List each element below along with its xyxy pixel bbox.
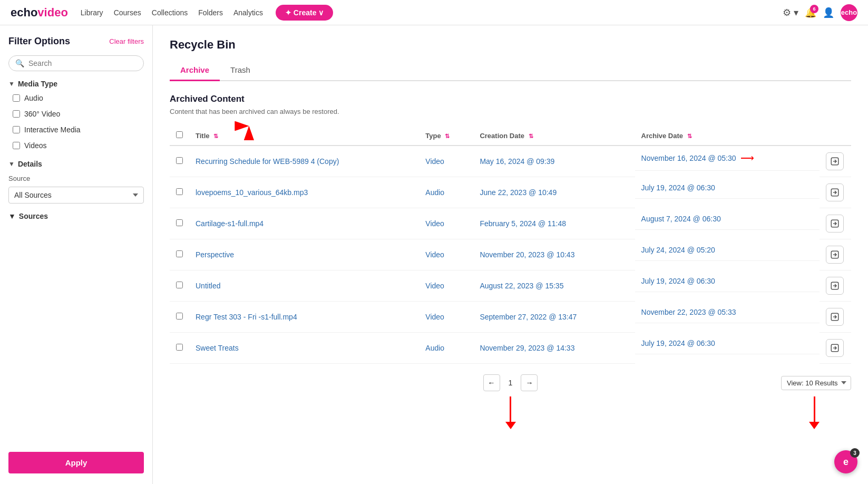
interactive-checkbox[interactable]: [13, 126, 20, 133]
table-row: Untitled Video August 22, 2023 @ 15:35 J…: [170, 270, 851, 302]
row-archive-date-cell: November 22, 2023 @ 05:33: [635, 302, 820, 323]
row-creation-date-5: September 27, 2022 @ 13:47: [480, 313, 577, 321]
sidebar-title: Filter Options: [8, 36, 70, 47]
row-title-link-3[interactable]: Perspective: [196, 250, 234, 259]
row-archive-date-cell: August 7, 2024 @ 06:30: [635, 208, 820, 230]
tabs-container: Archive Trash: [170, 60, 851, 81]
create-button[interactable]: ✦ Create ∨: [276, 5, 333, 21]
row-actions-cell: [820, 208, 851, 239]
title-column-header[interactable]: Title ⇅: [189, 126, 419, 146]
type-column-header[interactable]: Type ⇅: [419, 126, 473, 146]
tab-trash[interactable]: Trash: [220, 60, 261, 81]
source-select[interactable]: All Sources: [8, 187, 144, 204]
table-row: Cartilage-s1-full.mp4 Video February 5, …: [170, 208, 851, 239]
restore-button-4[interactable]: [826, 277, 844, 295]
row-creation-date-cell: September 27, 2022 @ 13:47: [473, 302, 635, 333]
media-type-360video[interactable]: 360° Video: [8, 108, 144, 120]
row-checkbox-cell: [170, 333, 189, 364]
nav-courses[interactable]: Courses: [114, 8, 141, 17]
media-type-videos[interactable]: Videos: [8, 140, 144, 151]
row-title-link-4[interactable]: Untitled: [196, 282, 220, 290]
table-wrapper: Title ⇅ Type ⇅ Creation Date ⇅ Archive: [170, 126, 851, 364]
nav-library[interactable]: Library: [81, 8, 103, 17]
row-archive-date-0: November 16, 2024 @ 05:30: [641, 154, 736, 162]
media-type-header[interactable]: ▼ Media Type: [8, 80, 144, 88]
row-type-cell: Audio: [419, 333, 473, 364]
select-all-checkbox[interactable]: [176, 131, 183, 138]
row-title-cell: Untitled: [189, 270, 419, 302]
user-profile-button[interactable]: 👤: [823, 7, 834, 18]
logo-video: video: [37, 6, 67, 19]
details-header[interactable]: ▼ Details: [8, 160, 144, 168]
row-creation-date-3: November 20, 2023 @ 10:43: [480, 250, 574, 259]
restore-button-0[interactable]: [826, 152, 844, 170]
row-actions-cell: [820, 146, 851, 177]
creation-date-column-header[interactable]: Creation Date ⇅: [473, 126, 635, 146]
nav-links: Library Courses Collections Folders Anal…: [81, 8, 263, 17]
restore-button-2[interactable]: [826, 215, 844, 233]
row-checkbox-cell: [170, 270, 189, 302]
row-archive-date-4: July 19, 2024 @ 06:30: [641, 277, 715, 285]
row-type-0: Video: [425, 157, 444, 166]
row-checkbox-4[interactable]: [176, 282, 183, 288]
media-type-filter: ▼ Media Type Audio 360° Video Interactiv…: [8, 80, 144, 151]
row-checkbox-1[interactable]: [176, 188, 183, 195]
restore-button-3[interactable]: [826, 246, 844, 264]
row-title-link-6[interactable]: Sweet Treats: [196, 344, 239, 352]
row-creation-date-0: May 16, 2024 @ 09:39: [480, 157, 554, 166]
tab-archive[interactable]: Archive: [170, 60, 220, 81]
row-title-link-5[interactable]: Regr Test 303 - Fri -s1-full.mp4: [196, 313, 297, 321]
notifications-button[interactable]: 🔔 6: [805, 7, 816, 18]
next-page-button[interactable]: →: [521, 374, 538, 391]
nav-analytics[interactable]: Analytics: [233, 8, 263, 17]
row-checkbox-5[interactable]: [176, 313, 183, 320]
archive-date-column-header[interactable]: Archive Date ⇅: [635, 126, 820, 146]
row-archive-date-cell: November 16, 2024 @ 05:30 ⟶: [635, 146, 820, 171]
row-title-link-2[interactable]: Cartilage-s1-full.mp4: [196, 219, 264, 228]
sources-header: ▼ Sources: [8, 212, 144, 220]
row-actions-cell: [820, 302, 851, 333]
media-type-interactive[interactable]: Interactive Media: [8, 124, 144, 135]
settings-button[interactable]: ⚙ ▾: [783, 7, 798, 18]
sidebar-header: Filter Options Clear filters: [8, 36, 144, 47]
row-checkbox-cell: [170, 177, 189, 208]
row-checkbox-2[interactable]: [176, 219, 183, 226]
table-row: Perspective Video November 20, 2023 @ 10…: [170, 239, 851, 270]
table-row: Recurring Schedule for WEB-5989 4 (Copy)…: [170, 146, 851, 177]
row-creation-date-cell: June 22, 2023 @ 10:49: [473, 177, 635, 208]
table-row: lovepoems_10_various_64kb.mp3 Audio June…: [170, 177, 851, 208]
row-checkbox-0[interactable]: [176, 157, 183, 164]
prev-page-button[interactable]: ←: [483, 374, 500, 391]
audio-checkbox[interactable]: [13, 94, 20, 102]
media-type-audio[interactable]: Audio: [8, 92, 144, 104]
row-title-link-1[interactable]: lovepoems_10_various_64kb.mp3: [196, 188, 308, 197]
restore-button-1[interactable]: [826, 183, 844, 201]
source-label: Source: [8, 175, 144, 182]
echo-float-badge[interactable]: e 3: [834, 450, 857, 473]
clear-filters-button[interactable]: Clear filters: [109, 37, 144, 45]
row-type-cell: Audio: [419, 177, 473, 208]
search-input[interactable]: [28, 59, 137, 67]
row-checkbox-cell: [170, 208, 189, 239]
row-checkbox-6[interactable]: [176, 344, 183, 351]
view-results-select[interactable]: View: 10 Results: [781, 376, 851, 390]
nav-collections[interactable]: Collections: [152, 8, 188, 17]
row-title-link-0[interactable]: Recurring Schedule for WEB-5989 4 (Copy): [196, 157, 339, 166]
nav-folders[interactable]: Folders: [198, 8, 223, 17]
row-archive-date-cell: July 24, 2024 @ 05:20: [635, 239, 820, 261]
row-checkbox-3[interactable]: [176, 250, 183, 257]
row-creation-date-cell: November 29, 2023 @ 14:33: [473, 333, 635, 364]
logo[interactable]: echovideo: [11, 6, 68, 20]
echovideo-nav-badge[interactable]: echo: [841, 4, 857, 21]
details-label: Details: [18, 160, 42, 168]
logo-echo: echo: [11, 6, 37, 19]
videos-checkbox[interactable]: [13, 142, 20, 149]
restore-button-5[interactable]: [826, 308, 844, 326]
row-creation-date-4: August 22, 2023 @ 15:35: [480, 282, 563, 290]
apply-button[interactable]: Apply: [8, 452, 144, 473]
row-archive-date-cell: July 19, 2024 @ 06:30: [635, 333, 820, 354]
restore-button-6[interactable]: [826, 339, 844, 357]
row-type-6: Audio: [425, 344, 444, 352]
archived-subtitle: Content that has been archived can alway…: [170, 108, 851, 115]
360video-checkbox[interactable]: [13, 110, 20, 118]
